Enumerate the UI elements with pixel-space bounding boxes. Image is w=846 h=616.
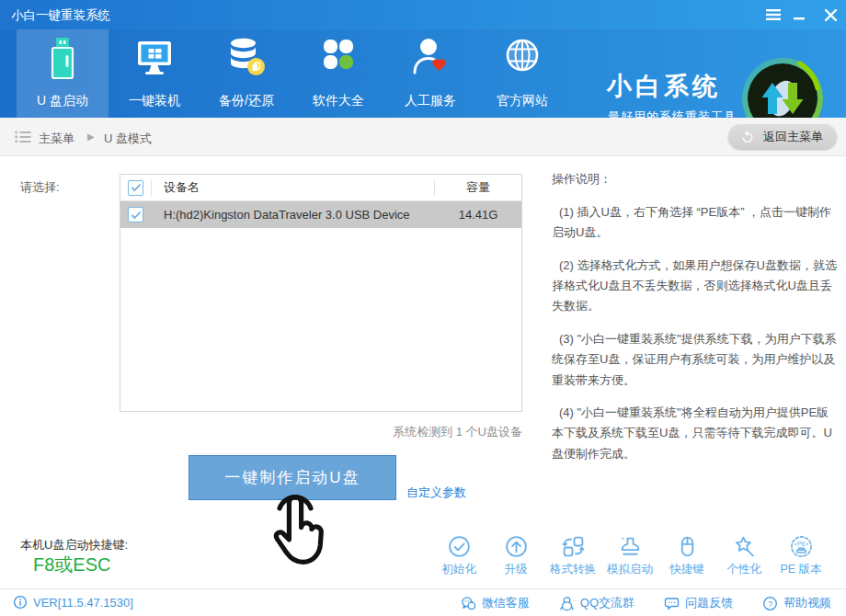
breadcrumb: 主菜单 ▶ U 盘模式 返回主菜单 (0, 118, 846, 156)
nav-item-label: 一键装机 (109, 93, 200, 109)
breadcrumb-arrow-icon: ▶ (87, 131, 95, 142)
format-convert-icon (561, 534, 586, 559)
instruction-step: (2) 选择格式化方式，如果用户想保存U盘数据，就选择格式化U盘且不丢失数据，否… (552, 256, 840, 317)
backup-restore-icon (225, 36, 268, 84)
select-label: 请选择: (20, 179, 60, 196)
init-check-icon (447, 534, 472, 559)
help-video-link[interactable]: ? 帮助视频 (762, 595, 831, 611)
usb-drive-icon (41, 36, 84, 87)
tool-format-convert[interactable]: 格式转换 (548, 534, 598, 577)
hamburger-menu-icon[interactable] (765, 7, 782, 22)
tool-personalize[interactable]: 个性化 (719, 534, 769, 577)
back-button-label: 返回主菜单 (763, 129, 823, 145)
minimize-icon[interactable] (791, 7, 807, 22)
tool-init[interactable]: 初始化 (434, 534, 484, 577)
instruction-step: (4) "小白一键重装系统"将全程自动为用户提供PE版本下载及系统下载至U盘，只… (552, 403, 840, 464)
software-grid-icon (317, 36, 360, 84)
select-all-checkbox[interactable] (128, 180, 143, 196)
feedback-link[interactable]: 问题反馈 (664, 595, 733, 611)
app-window: 小白一键重装系统 U 盘启动 (0, 0, 846, 616)
instruction-step: (3) "小白一键重装系统"提供系统下载，为用户下载系统保存至U盘，保证用户有系… (552, 329, 840, 391)
pe-version-icon: PE (789, 534, 814, 559)
nav-item-software[interactable]: 软件大全 (292, 29, 384, 118)
info-icon (13, 595, 28, 610)
nav-item-one-key-install[interactable]: 一键装机 (109, 29, 200, 118)
tool-upgrade[interactable]: 升级 (491, 534, 541, 577)
monitor-icon (133, 36, 176, 84)
support-person-icon (409, 36, 452, 84)
titlebar: 小白一键重装系统 (0, 0, 846, 29)
nav-item-usb-boot[interactable]: U 盘启动 (17, 29, 109, 118)
nav-item-label: 官方网站 (476, 93, 568, 109)
tool-pe-version[interactable]: PE PE 版本 (776, 534, 826, 577)
nav-item-backup-restore[interactable]: 备份/还原 (200, 29, 292, 118)
upgrade-arrow-icon (504, 534, 529, 559)
device-capacity: 14.41G (434, 208, 521, 222)
make-boot-usb-button[interactable]: 一键制作启动U盘 (189, 455, 396, 500)
globe-icon (501, 36, 543, 84)
wechat-icon (461, 596, 476, 611)
boot-hotkey-value: F8或ESC (33, 553, 110, 577)
custom-params-link[interactable]: 自定义参数 (406, 485, 466, 501)
device-table: 设备名 容量 H:(hd2)Kingston DataTraveler 3.0 … (120, 174, 522, 412)
nav-item-support[interactable]: 人工服务 (384, 29, 476, 118)
instruction-step: (1) 插入U盘，右下角选择 “PE版本” ，点击一键制作启动U盘。 (552, 202, 840, 244)
menu-list-icon (15, 131, 31, 147)
usb-detect-status: 系统检测到 1 个U盘设备 (120, 424, 522, 440)
breadcrumb-current: U 盘模式 (104, 131, 152, 147)
instructions-panel: 操作说明： (1) 插入U盘，右下角选择 “PE版本” ，点击一键制作启动U盘。… (552, 171, 840, 476)
main-content: 请选择: 设备名 容量 H:(hd2)Kingston DataTraveler… (0, 156, 846, 588)
device-table-header: 设备名 容量 (120, 175, 521, 201)
instructions-title: 操作说明： (552, 171, 840, 188)
window-title: 小白一键重装系统 (11, 7, 110, 24)
help-video-icon: ? (762, 596, 778, 611)
feedback-bubble-icon (664, 596, 680, 611)
back-to-main-menu-button[interactable]: 返回主菜单 (728, 124, 837, 149)
nav-item-label: U 盘启动 (17, 93, 109, 109)
device-name: H:(hd2)Kingston DataTraveler 3.0 USB Dev… (151, 208, 434, 222)
tools-row: 初始化 升级 格式转换 (434, 534, 826, 577)
qq-group-link[interactable]: QQ交流群 (559, 595, 634, 611)
personalize-star-icon (732, 534, 757, 559)
qq-icon (559, 596, 575, 611)
back-arrow-icon (742, 130, 757, 144)
nav-item-label: 人工服务 (384, 93, 476, 109)
brand-name: 小白系统 (607, 70, 721, 103)
nav-item-label: 备份/还原 (200, 93, 292, 109)
simulate-boot-icon (618, 534, 643, 559)
column-header-capacity: 容量 (434, 179, 521, 196)
version-text: VER[11.5.47.1530] (33, 596, 133, 610)
breadcrumb-root[interactable]: 主菜单 (39, 131, 74, 147)
main-navbar: U 盘启动 一键装机 (0, 29, 846, 118)
column-header-device-name: 设备名 (151, 179, 434, 196)
boot-hotkey-label: 本机U盘启动快捷键: (20, 537, 128, 553)
svg-text:PE: PE (796, 540, 806, 548)
hotkey-mouse-icon (675, 534, 700, 559)
nav-item-official-site[interactable]: 官方网站 (476, 29, 568, 118)
tool-simulate-boot[interactable]: 模拟启动 (605, 534, 655, 577)
nav-item-label: 软件大全 (292, 93, 384, 109)
wechat-support-link[interactable]: 微信客服 (461, 595, 530, 611)
tool-hotkey[interactable]: 快捷键 (662, 534, 712, 577)
device-row[interactable]: H:(hd2)Kingston DataTraveler 3.0 USB Dev… (120, 201, 521, 228)
close-icon[interactable] (822, 7, 839, 22)
svg-text:?: ? (768, 599, 772, 608)
statusbar: VER[11.5.47.1530] 微信客服 QQ交流群 (0, 588, 846, 616)
device-row-checkbox[interactable] (128, 207, 143, 222)
